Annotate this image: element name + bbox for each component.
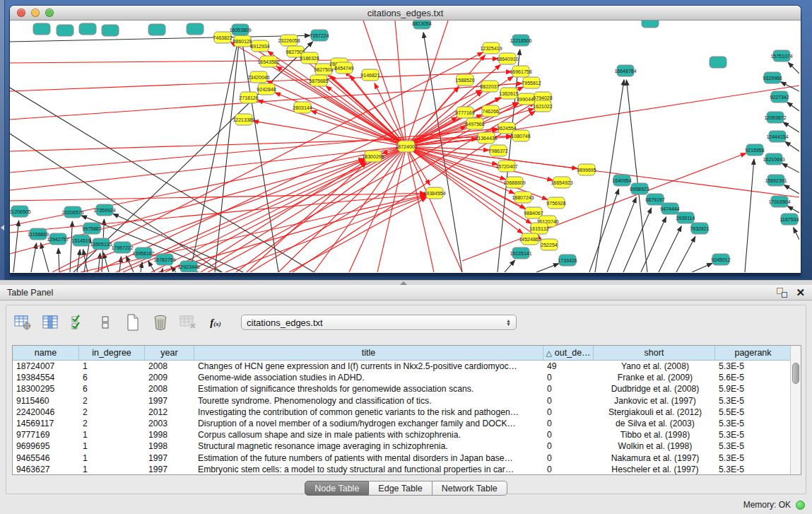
graph-node[interactable]: 2718126 (239, 92, 258, 103)
graph-node[interactable] (79, 23, 96, 35)
graph-node[interactable]: 16543582 (257, 56, 279, 67)
graph-node[interactable]: 12923446 (177, 261, 199, 272)
graph-edge[interactable] (77, 250, 80, 272)
graph-node[interactable]: 20206576 (61, 206, 83, 218)
graph-node[interactable]: 1621022 (533, 100, 552, 112)
graph-node[interactable]: 12444154 (766, 131, 788, 142)
graph-node[interactable]: 21364436 (475, 132, 497, 144)
minimize-button[interactable] (31, 8, 40, 17)
table-row[interactable]: 946554611997Estimation of the future num… (13, 452, 792, 464)
graph-node[interactable]: 9777169 (455, 107, 474, 118)
graph-node[interactable]: 8860128 (233, 35, 252, 47)
graph-edge[interactable] (40, 243, 49, 272)
column-header-out_de[interactable]: △out_de… (543, 346, 594, 360)
graph-node[interactable]: 1588520 (455, 74, 474, 86)
graph-edge[interactable] (782, 163, 799, 173)
graph-node[interactable]: 8186328 (300, 52, 319, 64)
graph-node[interactable]: 1362615 (499, 88, 518, 99)
graph-node[interactable]: 12213389 (233, 114, 254, 125)
graph-node[interactable]: 6879197 (645, 194, 664, 205)
graph-node[interactable]: 17016504 (768, 196, 790, 207)
graph-node[interactable]: 8813054 (412, 21, 431, 29)
table-row[interactable]: 2242004622012Investigating the contribut… (13, 407, 792, 418)
table-settings-icon[interactable] (12, 313, 33, 332)
tab-node-table[interactable]: Node Table (305, 481, 369, 496)
graph-node[interactable]: 9899695 (577, 164, 596, 175)
graph-edge[interactable] (95, 90, 481, 272)
graph-node[interactable]: 9242848 (257, 83, 276, 95)
graph-edge[interactable] (406, 21, 448, 146)
graph-node[interactable]: 12325419 (480, 42, 502, 54)
graph-node[interactable]: 16961758 (510, 66, 531, 77)
graph-node[interactable]: 1514519 (71, 235, 90, 246)
graph-edge[interactable] (196, 271, 197, 272)
graph-edge[interactable] (267, 81, 406, 146)
graph-node[interactable]: 16053809 (229, 24, 251, 35)
graph-window-titlebar[interactable]: citations_edges.txt (10, 6, 801, 21)
graph-node[interactable]: 1615132 (529, 223, 548, 234)
graph-node[interactable]: 12218506 (510, 35, 531, 46)
graph-node[interactable]: 18640910 (496, 53, 518, 64)
graph-edge[interactable] (745, 159, 754, 272)
zoom-button[interactable] (45, 8, 54, 17)
graph-node[interactable]: 9227342 (770, 91, 789, 103)
float-window-icon[interactable] (777, 288, 787, 298)
graph-node[interactable]: 8822037 (480, 81, 499, 92)
graph-node[interactable]: 18807243 (512, 192, 534, 203)
table-row[interactable]: 1938455462009Genome-wide association stu… (13, 372, 792, 383)
graph-node[interactable]: 8958923 (630, 183, 649, 194)
graph-node[interactable]: 13958167 (132, 247, 154, 259)
graph-node[interactable]: 746266 (482, 105, 499, 117)
graph-edge[interactable] (162, 269, 163, 272)
graph-node[interactable]: 1733426 (558, 255, 577, 266)
graph-node[interactable]: 8912934 (250, 40, 269, 52)
table-row[interactable]: 969969511998Structural magnetic resonanc… (13, 440, 792, 452)
graph-node[interactable]: 2803144 (293, 102, 312, 113)
table-row[interactable]: 946362711997Embryonic stem cells: a mode… (13, 464, 792, 475)
trash-icon[interactable] (150, 313, 171, 332)
graph-edge[interactable] (781, 82, 799, 91)
graph-node[interactable]: 9975887 (82, 223, 101, 234)
split-divider[interactable] (0, 280, 812, 285)
left-splitter-strip[interactable] (0, 0, 5, 280)
graph-node[interactable]: 9756928 (546, 197, 565, 209)
graph-node[interactable]: 14524861 (519, 233, 541, 245)
graph-node[interactable] (187, 23, 204, 35)
graph-edge[interactable] (787, 103, 799, 111)
collapse-arrow-icon[interactable] (1, 225, 4, 230)
graph-node[interactable]: 1080748 (511, 130, 530, 141)
column-visibility-icon[interactable] (40, 313, 61, 332)
graph-edge[interactable] (126, 256, 134, 272)
graph-edge[interactable] (289, 197, 427, 272)
scrollbar-thumb[interactable] (792, 363, 799, 384)
graph-edge[interactable] (676, 236, 695, 272)
graph-node[interactable]: 16648784 (614, 65, 636, 76)
table-row[interactable]: 911546021997Tourette syndrome. Phenomeno… (13, 395, 792, 407)
graph-edge[interactable] (589, 189, 619, 272)
graph-node[interactable]: 13505135 (90, 238, 112, 250)
graph-window[interactable]: citations_edges.txt 18724007746382288601… (10, 6, 801, 273)
close-icon[interactable]: ✕ (796, 288, 805, 298)
graph-node[interactable]: 16654923 (551, 177, 572, 188)
graph-edge[interactable] (659, 226, 681, 272)
graph-node[interactable]: 1640954 (612, 175, 631, 186)
tab-edge-table[interactable]: Edge Table (369, 481, 432, 496)
graph-node[interactable] (148, 24, 165, 35)
graph-edge[interactable] (257, 100, 406, 146)
graph-node[interactable]: 9329966 (763, 72, 782, 83)
column-header-in_degree[interactable]: in_degree (79, 346, 145, 360)
graph-edge[interactable] (406, 146, 553, 180)
graph-node[interactable]: 1167534 (780, 214, 799, 225)
graph-node[interactable]: 7986372 (488, 145, 507, 156)
graph-node[interactable]: 7955812 (522, 77, 541, 88)
graph-node[interactable]: 17957222 (111, 242, 133, 253)
graph-node[interactable]: 7463822 (213, 32, 232, 43)
graph-edge[interactable] (787, 206, 799, 213)
table-row[interactable]: 1830029562008Estimation of significance … (13, 383, 792, 395)
graph-node[interactable]: 6497568 (465, 118, 484, 129)
graph-node[interactable]: 10688609 (503, 177, 525, 188)
graph-node[interactable]: 5875685 (309, 75, 328, 86)
graph-node[interactable]: 9474444 (660, 203, 679, 214)
graph-node[interactable]: 18724007 (395, 141, 417, 152)
column-header-short[interactable]: short (594, 346, 715, 360)
